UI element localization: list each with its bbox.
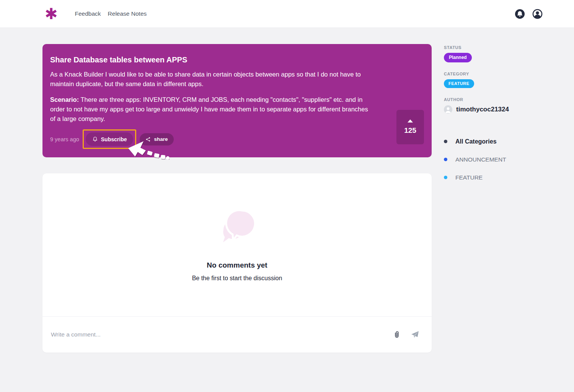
- category-filter-announcement[interactable]: ANNOUNCEMENT: [444, 150, 570, 168]
- subscribe-button[interactable]: Subscribe: [86, 132, 134, 146]
- post-body-paragraph-1: As a Knack Builder I would like to be ab…: [50, 70, 370, 89]
- empty-comments-title: No comments yet: [207, 261, 267, 270]
- comment-input-row: [42, 316, 432, 353]
- author-label: AUTHOR: [444, 97, 570, 102]
- author-section: AUTHOR timothycoc21324: [444, 97, 570, 114]
- comment-input[interactable]: [50, 331, 383, 338]
- category-filter-feature[interactable]: FEATURE: [444, 168, 570, 186]
- category-section: CATEGORY FEATURE: [444, 72, 570, 88]
- attach-paperclip-icon[interactable]: [392, 330, 401, 339]
- bell-outline-icon: [92, 136, 98, 142]
- subscribe-button-wrap: Subscribe: [86, 132, 134, 146]
- category-filter-label: ANNOUNCEMENT: [455, 156, 506, 163]
- author-row: timothycoc21324: [444, 105, 570, 114]
- category-filter-label: All Categories: [455, 138, 497, 145]
- page-content: Share Database tables between APPS As a …: [0, 28, 574, 353]
- post-body-scenario-lead: Scenario:: [50, 96, 79, 103]
- share-button-label: share: [154, 137, 168, 142]
- subscribe-button-label: Subscribe: [101, 137, 127, 142]
- category-dot-icon: [444, 158, 447, 161]
- top-navbar: ✱ Feedback Release Notes: [0, 0, 574, 28]
- main-column: Share Database tables between APPS As a …: [42, 44, 432, 353]
- right-sidebar: STATUS Planned CATEGORY FEATURE AUTHOR t…: [444, 44, 570, 186]
- upvote-box[interactable]: 125: [396, 110, 424, 144]
- category-filter-all-categories[interactable]: All Categories: [444, 132, 570, 150]
- nav-link-release-notes[interactable]: Release Notes: [108, 10, 147, 17]
- category-dot-icon: [444, 176, 447, 179]
- category-badge-feature: FEATURE: [444, 79, 474, 88]
- post-card: Share Database tables between APPS As a …: [42, 44, 432, 157]
- author-avatar-icon: [444, 105, 452, 114]
- send-comment-icon[interactable]: [410, 330, 419, 339]
- post-body-paragraph-2: Scenario: There are three apps: INVENTOR…: [50, 95, 370, 124]
- post-title: Share Database tables between APPS: [50, 56, 424, 64]
- status-section: STATUS Planned: [444, 45, 570, 62]
- comments-card: No comments yet Be the first to start th…: [42, 173, 432, 353]
- post-footer: 9 years ago Subscribe: [50, 132, 424, 146]
- status-badge-planned: Planned: [444, 53, 472, 62]
- vote-count: 125: [404, 126, 416, 135]
- category-filter-list: All Categories ANNOUNCEMENT FEATURE: [444, 132, 570, 186]
- post-timestamp: 9 years ago: [50, 136, 79, 142]
- category-dot-icon: [444, 140, 447, 143]
- upvote-arrow-icon: [408, 119, 413, 122]
- brand-logo-asterisk-icon[interactable]: ✱: [45, 6, 58, 21]
- category-label: CATEGORY: [444, 72, 570, 76]
- category-filter-label: FEATURE: [455, 174, 483, 181]
- navbar-right-actions: [515, 9, 543, 19]
- empty-comments-subtitle: Be the first to start the discussion: [192, 275, 282, 282]
- share-button[interactable]: share: [140, 133, 173, 145]
- chat-bubbles-icon: [218, 208, 256, 247]
- author-name: timothycoc21324: [456, 106, 509, 113]
- user-profile-icon[interactable]: [532, 9, 543, 19]
- comments-empty-state: No comments yet Be the first to start th…: [42, 173, 432, 316]
- share-nodes-icon: [145, 137, 151, 142]
- post-body-scenario-text: There are three apps: INVENTORY, CRM and…: [50, 96, 368, 122]
- primary-nav: Feedback Release Notes: [75, 10, 147, 17]
- status-label: STATUS: [444, 45, 570, 50]
- notifications-bell-icon[interactable]: [515, 9, 525, 19]
- nav-link-feedback[interactable]: Feedback: [75, 10, 101, 17]
